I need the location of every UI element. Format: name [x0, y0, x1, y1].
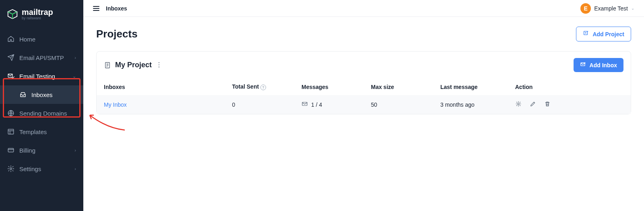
layout-icon [7, 128, 14, 135]
home-icon [7, 35, 14, 43]
cell-total-sent: 0 [232, 101, 235, 108]
col-max-size: Max size [371, 84, 394, 90]
sidebar-item-label: Home [19, 36, 35, 43]
sidebar-item-home[interactable]: Home [0, 30, 83, 48]
inbox-icon [19, 91, 27, 98]
cell-messages: 1 / 4 [311, 101, 322, 108]
globe-icon [7, 110, 14, 117]
user-name: Example Test [594, 5, 628, 12]
sidebar-item-email-testing[interactable]: Email Testing ⌄ [0, 67, 83, 85]
brand-name: mailtrap [22, 8, 53, 16]
col-total-sent: Total Sent [232, 83, 259, 90]
edit-action-icon[interactable] [530, 101, 536, 108]
page-content: Projects Add Project My Project ⋯ Add In… [83, 17, 644, 124]
brand-byline: by railsware [22, 16, 53, 20]
sidebar: mailtrap by railsware Home Email API/SMT… [0, 0, 83, 211]
project-card: My Project ⋯ Add Inbox Inboxes Total Sen… [96, 51, 631, 114]
help-icon[interactable]: ? [260, 85, 266, 90]
chevron-right-icon: › [74, 166, 76, 171]
sidebar-subitem-inboxes[interactable]: Inboxes [0, 85, 83, 104]
svg-point-4 [10, 168, 12, 170]
project-name: My Project [115, 61, 152, 69]
sidebar-item-label: Email Testing [19, 73, 55, 80]
sidebar-item-label: Email API/SMTP [19, 54, 64, 61]
sidebar-nav: Home Email API/SMTP › Email Testing ⌄ In… [0, 30, 83, 178]
sidebar-item-label: Settings [19, 165, 41, 172]
inboxes-table: Inboxes Total Sent? Messages Max size La… [97, 79, 631, 114]
cell-last-message: 3 months ago [440, 101, 475, 108]
sidebar-item-label: Inboxes [31, 91, 53, 98]
avatar: E [580, 3, 591, 14]
chevron-right-icon: › [74, 55, 76, 60]
main-content: Inboxes E Example Test ⌄ Projects Add Pr… [83, 0, 644, 211]
sidebar-item-label: Templates [19, 128, 47, 135]
sidebar-item-email-api[interactable]: Email API/SMTP › [0, 48, 83, 67]
add-project-icon [583, 30, 589, 38]
sidebar-item-label: Billing [19, 147, 35, 154]
sidebar-item-sending-domains[interactable]: Sending Domains [0, 104, 83, 122]
sidebar-item-label: Sending Domains [19, 110, 67, 117]
page-title: Projects [96, 28, 138, 40]
topbar: Inboxes E Example Test ⌄ [83, 0, 644, 17]
sidebar-item-settings[interactable]: Settings › [0, 159, 83, 178]
mail-check-icon [7, 72, 14, 80]
project-header: My Project ⋯ Add Inbox [97, 52, 631, 79]
chevron-right-icon: › [74, 148, 76, 153]
inbox-link[interactable]: My Inbox [104, 101, 127, 108]
table-row: My Inbox 0 1 / 4 50 3 months ago [97, 95, 631, 114]
settings-action-icon[interactable] [515, 101, 522, 108]
delete-action-icon[interactable] [544, 101, 551, 108]
project-icon [104, 62, 111, 69]
hamburger-icon[interactable] [93, 6, 99, 11]
user-menu-button[interactable]: E Example Test ⌄ [580, 3, 634, 14]
gear-icon [7, 165, 14, 172]
add-inbox-button[interactable]: Add Inbox [574, 58, 623, 72]
breadcrumb: Inboxes [106, 5, 127, 12]
col-last-message: Last message [440, 84, 478, 90]
chevron-down-icon: ⌄ [72, 74, 76, 79]
col-inboxes: Inboxes [104, 84, 125, 90]
envelope-icon [301, 101, 308, 108]
brand-logo[interactable]: mailtrap by railsware [0, 0, 83, 30]
add-project-button[interactable]: Add Project [576, 27, 631, 41]
chevron-down-icon: ⌄ [631, 6, 634, 10]
col-messages: Messages [301, 84, 328, 90]
send-icon [7, 54, 14, 61]
card-icon [7, 147, 14, 154]
svg-rect-2 [8, 129, 14, 134]
cell-max-size: 50 [371, 101, 377, 108]
add-inbox-label: Add Inbox [590, 62, 617, 68]
sidebar-item-billing[interactable]: Billing › [0, 141, 83, 159]
col-action: Action [515, 84, 533, 90]
kebab-menu-icon[interactable]: ⋯ [155, 62, 163, 68]
svg-point-9 [518, 103, 519, 105]
add-project-label: Add Project [592, 31, 624, 37]
sidebar-item-templates[interactable]: Templates [0, 122, 83, 141]
svg-rect-3 [8, 149, 14, 152]
logo-icon [6, 8, 19, 20]
add-inbox-icon [580, 61, 586, 69]
